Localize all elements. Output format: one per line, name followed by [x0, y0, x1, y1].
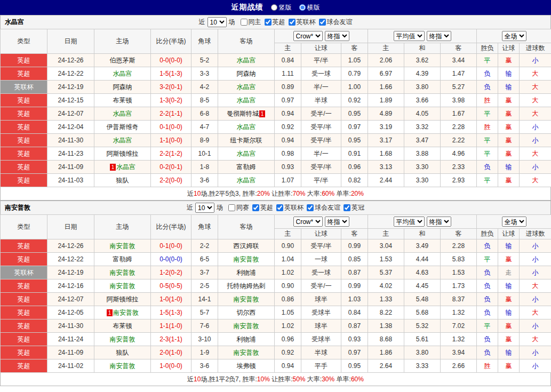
filter-checkbox-input[interactable]: [289, 19, 296, 26]
result-outcome: 平: [477, 319, 498, 333]
avg-draw: 3.80: [404, 81, 441, 94]
away-team: 水晶宫: [218, 147, 275, 161]
layout-radio-horizontal-input[interactable]: [299, 4, 306, 11]
filter-games-label: 场: [217, 203, 223, 212]
odds-source-select[interactable]: 终指: [325, 217, 349, 227]
odds-home: 0.90: [275, 279, 301, 293]
filter-checkbox-input[interactable]: [241, 19, 247, 26]
odds-source-select[interactable]: 终指: [427, 217, 451, 227]
odds-away: 0.95: [341, 359, 368, 373]
result-handicap: 赢: [498, 319, 520, 333]
filter-checkbox-input[interactable]: [252, 204, 259, 211]
filter-near-label: 近: [187, 203, 193, 212]
result-goals: 大: [520, 107, 551, 121]
result-handicap: 赢: [498, 293, 520, 306]
summary-part: 单率:: [334, 190, 351, 197]
league-badge: 英超: [1, 293, 47, 306]
odds-away: 0.93: [341, 333, 368, 346]
layout-radio-horizontal[interactable]: 横版: [299, 3, 320, 12]
odds-home: 1.04: [275, 253, 301, 266]
summary-stats: 近10场,胜1平2负7, 胜率:10% 让胜率:50% 大率:30% 单率:60…: [0, 373, 551, 386]
odds-home: 1.11: [275, 67, 301, 81]
filter-checkbox[interactable]: 英联杯: [289, 18, 316, 27]
result-goals: 小: [520, 346, 551, 359]
odds-handicap: 球半: [301, 293, 341, 306]
filter-checkbox-input[interactable]: [344, 204, 350, 211]
avg-draw: 4.63: [404, 266, 441, 279]
sub-column-header: 和: [404, 229, 441, 239]
odds-source-header: Crow*终指: [275, 215, 368, 229]
recent-count-select[interactable]: 10: [195, 203, 214, 213]
match-score: 2-3(1-1): [151, 333, 191, 346]
odds-source-select[interactable]: Crow*: [293, 31, 323, 41]
odds-source-select[interactable]: 平均值: [394, 31, 425, 41]
filter-near-label: 近: [199, 18, 205, 27]
team-name-text: 水晶宫: [113, 70, 132, 77]
home-team: 富勒姆: [94, 253, 151, 266]
filter-checkbox[interactable]: 球会友谊: [319, 18, 353, 27]
odds-source-select[interactable]: 全场: [502, 217, 526, 227]
odds-away: 0.87: [341, 319, 368, 333]
league-badge: 英超: [1, 346, 47, 359]
layout-radio-vertical[interactable]: 竖版: [271, 3, 292, 12]
odds-source-select[interactable]: 全场: [502, 31, 526, 41]
filter-checkbox-label: 同主: [249, 18, 261, 27]
summary-part: 近: [187, 375, 194, 383]
table-row: 英超 24-12-16 南安普敦 0-5(0-5) 2-5 托特纳姆热刺 0.9…: [1, 279, 551, 293]
match-score: 2-2(1-2): [151, 147, 191, 161]
recent-count-select[interactable]: 10: [207, 17, 227, 27]
filter-checkbox[interactable]: 同赛: [228, 203, 249, 212]
odds-handicap: 受半/一: [301, 107, 341, 121]
column-header: 主场: [94, 29, 151, 54]
away-team: 南安普敦: [218, 319, 275, 333]
odds-away: 0.99: [341, 279, 368, 293]
filter-checkbox[interactable]: 英冠: [344, 203, 364, 212]
result-goals: 大: [520, 333, 551, 346]
odds-home: 0.94: [275, 359, 301, 373]
away-team: 南安普敦: [218, 293, 275, 306]
avg-away: 5.83: [441, 253, 477, 266]
filter-checkbox[interactable]: 同主: [241, 18, 261, 27]
filter-checkbox[interactable]: 球会友谊: [307, 203, 340, 212]
table-row: 英超 24-11-30 布莱顿 1-1(1-0) 7-6 南安普敦 1.02 球…: [1, 319, 551, 333]
summary-part: 70%: [292, 190, 305, 197]
home-team: 阿森纳: [94, 81, 151, 94]
home-team: 阿斯顿维拉: [94, 293, 151, 306]
filter-checkbox-input[interactable]: [228, 204, 235, 211]
result-handicap: 输: [498, 346, 520, 359]
odds-handicap: 受平/半: [301, 134, 341, 147]
avg-away: 2.33: [441, 161, 477, 174]
odds-source-select[interactable]: Crow*: [293, 217, 323, 227]
filter-checkbox-input[interactable]: [319, 19, 326, 26]
home-team: 布莱顿: [94, 319, 151, 333]
corner-score: 7-6: [191, 319, 218, 333]
avg-draw: 3.80: [404, 346, 441, 359]
avg-draw: 4.44: [404, 253, 441, 266]
matches-table: 类型日期主场比分(半场)角球客场Crow*终指平均值终指全场主让球客主和客胜负让…: [0, 29, 551, 187]
result-handicap: 赢: [498, 333, 520, 346]
odds-source-select[interactable]: 终指: [325, 31, 349, 41]
result-goals: 小: [520, 54, 551, 67]
odds-handicap: 球半: [301, 319, 341, 333]
odds-source-select[interactable]: 终指: [427, 31, 451, 41]
team-name-text: 富勒姆: [113, 255, 132, 263]
table-row: 英超 24-12-22 富勒姆 0-0(0-0) 6-5 南安普敦 1.04 一…: [1, 253, 551, 266]
avg-away: 7.02: [441, 319, 477, 333]
odds-source-select[interactable]: 平均值: [394, 217, 425, 227]
filter-checkbox[interactable]: 英联杯: [276, 203, 304, 212]
filter-checkbox-input[interactable]: [276, 204, 283, 211]
league-badge: 英超: [1, 253, 47, 266]
sub-column-header: 让球: [498, 43, 520, 54]
filter-checkbox[interactable]: 英超: [252, 203, 273, 212]
avg-home: 4.89: [368, 107, 404, 121]
layout-radio-vertical-input[interactable]: [271, 4, 277, 11]
sub-column-header: 客: [341, 229, 368, 239]
filter-checkbox-input[interactable]: [307, 204, 314, 211]
odds-handicap: 平/半: [301, 174, 341, 187]
team-name-text: 利物浦: [237, 335, 256, 343]
filter-checkbox[interactable]: 英超: [265, 18, 285, 27]
odds-home: 0.94: [275, 134, 301, 147]
result-outcome: 负: [477, 346, 498, 359]
odds-source-header: 平均值终指: [368, 29, 477, 43]
filter-checkbox-input[interactable]: [265, 19, 271, 26]
